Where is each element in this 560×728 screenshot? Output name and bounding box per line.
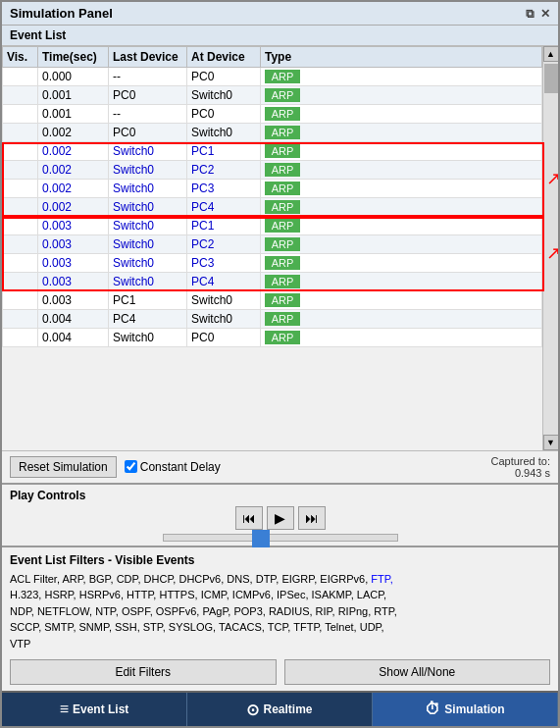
cell-last-device: Switch0 <box>109 235 187 254</box>
cell-time: 0.002 <box>38 198 109 217</box>
play-button[interactable]: ▶ <box>267 506 294 530</box>
tab-event-list-label: Event List <box>73 702 128 716</box>
cell-vis <box>3 291 38 310</box>
cell-at-device: PC0 <box>187 329 261 347</box>
table-row: 0.001PC0Switch0ARP <box>3 86 542 105</box>
rip-filter: RIP, <box>316 605 338 617</box>
table-row: 0.003Switch0PC1ARP <box>3 217 542 235</box>
back-button[interactable]: ⏮ <box>235 506 263 530</box>
tcp-filter: TCP, <box>268 621 294 633</box>
cell-vis <box>3 124 38 142</box>
cell-type: ARP <box>261 198 542 217</box>
constant-delay-text: Constant Delay <box>140 460 221 474</box>
scrollbar[interactable]: ▲ ▼ <box>542 46 558 450</box>
type-badge: ARP <box>265 237 300 251</box>
cell-last-device: PC0 <box>109 124 187 142</box>
cell-type: ARP <box>261 142 542 161</box>
show-all-none-button[interactable]: Show All/None <box>284 659 551 685</box>
cell-last-device: Switch0 <box>109 161 187 180</box>
cell-at-device: PC0 <box>187 68 261 86</box>
captured-value: 0.943 s <box>515 467 550 479</box>
captured-label: Captured to: <box>490 455 550 467</box>
cell-vis <box>3 329 38 347</box>
cell-vis <box>3 254 38 273</box>
cell-last-device: Switch0 <box>109 329 187 347</box>
cell-last-device: Switch0 <box>109 198 187 217</box>
ftp-filter: FTP, <box>371 573 392 585</box>
table-with-scroll: Vis. Time(sec) Last Device At Device Typ… <box>2 46 558 450</box>
col-atdev: At Device <box>187 47 261 68</box>
type-badge: ARP <box>265 256 300 270</box>
cell-vis <box>3 273 38 291</box>
event-list-icon: ≡ <box>60 701 69 718</box>
cell-type: ARP <box>261 68 542 86</box>
cell-type: ARP <box>261 161 542 180</box>
cell-last-device: Switch0 <box>109 254 187 273</box>
scrollbar-thumb[interactable] <box>544 64 558 93</box>
cell-vis <box>3 235 38 254</box>
eigrpv6-filter: EIGRPv6, <box>320 573 371 585</box>
scrollbar-up-btn[interactable]: ▲ <box>543 46 559 62</box>
https-filter: HTTPS, <box>159 589 200 600</box>
cell-vis <box>3 86 38 105</box>
cell-at-device: PC4 <box>187 198 261 217</box>
reset-simulation-button[interactable]: Reset Simulation <box>10 456 117 478</box>
cell-at-device: Switch0 <box>187 291 261 310</box>
table-header-row: Vis. Time(sec) Last Device At Device Typ… <box>3 47 542 68</box>
restore-icon[interactable]: ⧉ <box>526 7 535 21</box>
cell-type: ARP <box>261 124 542 142</box>
isakmp-filter: ISAKMP, <box>312 589 357 600</box>
pop3-filter: POP3, <box>233 605 268 617</box>
cell-last-device: PC4 <box>109 310 187 329</box>
syslog-filter: SYSLOG, <box>169 621 219 633</box>
filters-section: Event List Filters - Visible Events ACL … <box>2 546 558 692</box>
table-row: 0.002PC0Switch0ARP <box>3 124 542 142</box>
col-type: Type <box>261 47 542 68</box>
realtime-icon: ⊙ <box>246 701 259 719</box>
cell-last-device: -- <box>109 68 187 86</box>
filters-header: Event List Filters - Visible Events <box>10 553 550 567</box>
type-badge: ARP <box>265 182 300 195</box>
cell-last-device: PC0 <box>109 86 187 105</box>
type-badge: ARP <box>265 163 300 177</box>
tab-realtime[interactable]: ⊙ Realtime <box>187 693 373 726</box>
table-row: 0.004PC4Switch0ARP <box>3 310 542 329</box>
cell-type: ARP <box>261 291 542 310</box>
tab-event-list[interactable]: ≡ Event List <box>2 693 187 726</box>
event-list-header: Event List <box>2 26 558 46</box>
dtp-filter: DTP, <box>256 573 282 585</box>
type-badge: ARP <box>265 293 300 307</box>
cell-vis <box>3 180 38 198</box>
play-controls-header: Play Controls <box>10 489 550 502</box>
hsrp-filter: HSRP, <box>44 589 78 600</box>
scrollbar-down-btn[interactable]: ▼ <box>543 435 559 450</box>
cell-last-device: Switch0 <box>109 142 187 161</box>
dns-filter: DNS, <box>227 573 255 585</box>
event-list-container: Vis. Time(sec) Last Device At Device Typ… <box>2 46 558 450</box>
edit-filters-button[interactable]: Edit Filters <box>10 659 277 685</box>
ntp-filter: NTP, <box>95 605 122 617</box>
constant-delay-checkbox[interactable] <box>125 460 137 473</box>
sccp-filter: SCCP, <box>10 621 44 633</box>
type-badge: ARP <box>265 88 300 102</box>
snmp-filter: SNMP, <box>79 621 115 633</box>
rtp-filter: RTP, <box>374 605 396 617</box>
netflow-filter: NETFLOW, <box>37 605 95 617</box>
type-badge: ARP <box>265 126 300 139</box>
cell-at-device: PC1 <box>187 217 261 235</box>
progress-thumb[interactable] <box>252 530 270 547</box>
table-row: 0.002Switch0PC2ARP <box>3 161 542 180</box>
tab-simulation[interactable]: ⏱ Simulation <box>373 693 558 726</box>
eigrp-filter: EIGRP, <box>281 573 320 585</box>
cell-time: 0.003 <box>38 254 109 273</box>
close-icon[interactable]: ✕ <box>540 7 550 21</box>
cell-type: ARP <box>261 105 542 124</box>
cell-at-device: PC2 <box>187 235 261 254</box>
ssh-filter: SSH, <box>115 621 143 633</box>
filter-buttons: Edit Filters Show All/None <box>10 659 550 685</box>
tab-bar: ≡ Event List ⊙ Realtime ⏱ Simulation <box>2 691 558 726</box>
cell-at-device: PC4 <box>187 273 261 291</box>
forward-button[interactable]: ⏭ <box>298 506 326 530</box>
cell-time: 0.003 <box>38 217 109 235</box>
simulation-icon: ⏱ <box>425 701 440 718</box>
